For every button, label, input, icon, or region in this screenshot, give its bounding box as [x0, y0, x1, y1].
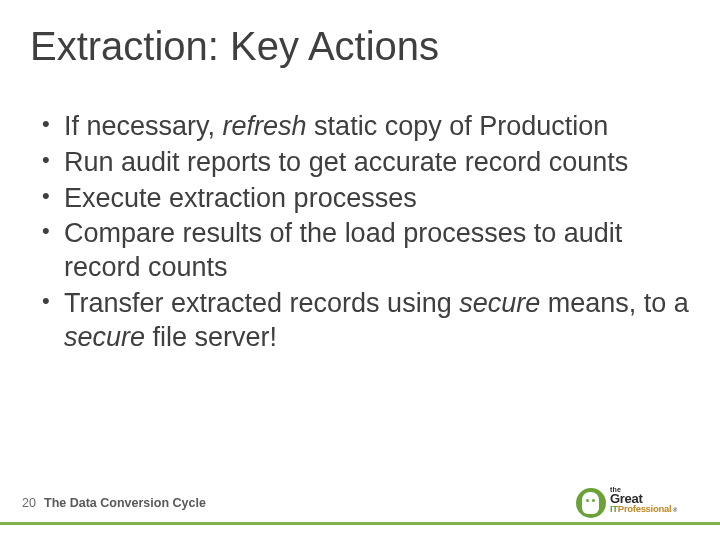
bullet-item: Run audit reports to get accurate record…: [36, 146, 690, 180]
bullet-text: file server!: [145, 322, 277, 352]
logo-mark-icon: [576, 488, 606, 518]
bullet-text: Execute extraction processes: [64, 183, 417, 213]
logo-word-professional: Professional: [618, 503, 671, 514]
logo-word-it: IT: [610, 503, 618, 514]
bullet-emph: secure: [64, 322, 145, 352]
bullet-text: Compare results of the load processes to…: [64, 218, 622, 282]
bullet-text: means, to a: [540, 288, 689, 318]
slide-content: If necessary, refresh static copy of Pro…: [36, 110, 690, 356]
slide-title: Extraction: Key Actions: [30, 24, 439, 69]
footer-base-band: [0, 525, 720, 540]
logo-eye-icon: [592, 499, 595, 502]
registered-icon: ®: [673, 507, 677, 513]
page-number: 20: [22, 496, 36, 510]
bullet-item: Execute extraction processes: [36, 182, 690, 216]
bullet-item: Compare results of the load processes to…: [36, 217, 690, 285]
bullet-text: static copy of Production: [307, 111, 609, 141]
logo-text: the Great ITProfessional ®: [610, 486, 671, 514]
bullet-text: Run audit reports to get accurate record…: [64, 147, 628, 177]
logo-eye-icon: [586, 499, 589, 502]
bullet-item: If necessary, refresh static copy of Pro…: [36, 110, 690, 144]
footer-title: The Data Conversion Cycle: [44, 496, 206, 510]
bullet-list: If necessary, refresh static copy of Pro…: [36, 110, 690, 354]
bullet-emph: secure: [459, 288, 540, 318]
slide-footer: 20 The Data Conversion Cycle the Great I…: [0, 480, 720, 540]
logo-face-icon: [582, 492, 599, 514]
bullet-text: Transfer extracted records using: [64, 288, 459, 318]
bullet-emph: refresh: [223, 111, 307, 141]
brand-logo: the Great ITProfessional ®: [576, 488, 696, 518]
bullet-item: Transfer extracted records using secure …: [36, 287, 690, 355]
logo-subline: ITProfessional: [610, 504, 671, 514]
bullet-text: If necessary,: [64, 111, 223, 141]
